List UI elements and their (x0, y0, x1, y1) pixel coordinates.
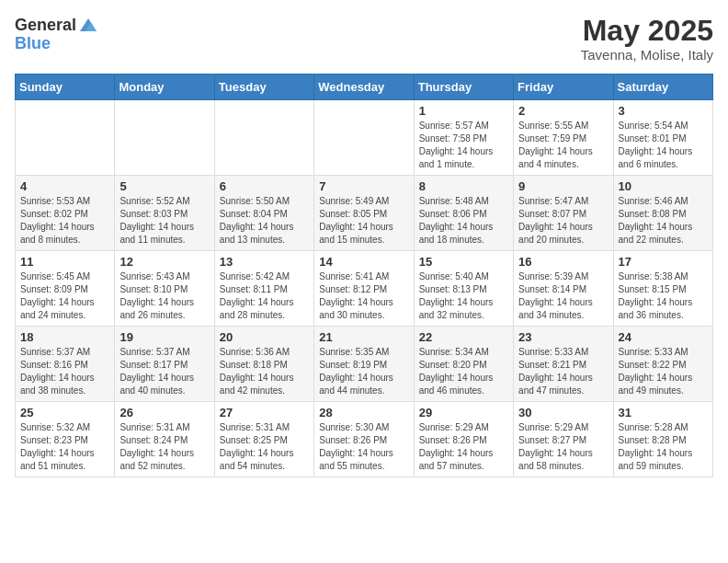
day-info: Sunrise: 5:45 AM Sunset: 8:09 PM Dayligh… (20, 270, 109, 322)
calendar-cell (115, 100, 214, 176)
day-info: Sunrise: 5:41 AM Sunset: 8:12 PM Dayligh… (319, 270, 408, 322)
calendar-header-tuesday: Tuesday (214, 75, 313, 100)
calendar-cell: 14Sunrise: 5:41 AM Sunset: 8:12 PM Dayli… (314, 251, 414, 327)
calendar-cell: 29Sunrise: 5:29 AM Sunset: 8:26 PM Dayli… (414, 402, 513, 477)
calendar-cell: 30Sunrise: 5:29 AM Sunset: 8:27 PM Dayli… (514, 402, 613, 477)
main-title: May 2025 (581, 15, 713, 47)
subtitle: Tavenna, Molise, Italy (581, 47, 713, 63)
day-number: 28 (319, 406, 408, 419)
day-number: 21 (319, 330, 408, 344)
day-info: Sunrise: 5:46 AM Sunset: 8:08 PM Dayligh… (619, 195, 708, 247)
day-number: 18 (20, 330, 109, 344)
day-number: 29 (419, 406, 508, 419)
day-number: 19 (119, 330, 209, 344)
calendar-cell: 7Sunrise: 5:49 AM Sunset: 8:05 PM Daylig… (314, 176, 414, 251)
calendar-cell: 18Sunrise: 5:37 AM Sunset: 8:16 PM Dayli… (16, 327, 115, 402)
calendar-table: SundayMondayTuesdayWednesdayThursdayFrid… (15, 74, 713, 477)
day-number: 3 (619, 104, 708, 118)
day-number: 15 (419, 255, 508, 269)
calendar-week-row: 1Sunrise: 5:57 AM Sunset: 7:58 PM Daylig… (16, 100, 713, 176)
calendar-cell: 1Sunrise: 5:57 AM Sunset: 7:58 PM Daylig… (414, 100, 513, 176)
logo-blue: Blue (15, 34, 51, 52)
day-number: 23 (518, 330, 608, 344)
calendar-cell: 5Sunrise: 5:52 AM Sunset: 8:03 PM Daylig… (115, 176, 214, 251)
page-header: General Blue May 2025 Tavenna, Molise, I… (15, 15, 713, 63)
day-info: Sunrise: 5:50 AM Sunset: 8:04 PM Dayligh… (220, 195, 309, 247)
calendar-week-row: 18Sunrise: 5:37 AM Sunset: 8:16 PM Dayli… (16, 327, 713, 402)
calendar-cell: 26Sunrise: 5:31 AM Sunset: 8:24 PM Dayli… (115, 402, 214, 477)
calendar-cell: 11Sunrise: 5:45 AM Sunset: 8:09 PM Dayli… (16, 251, 115, 327)
logo-general: General (15, 17, 76, 33)
day-info: Sunrise: 5:38 AM Sunset: 8:15 PM Dayligh… (619, 270, 708, 322)
day-number: 8 (419, 179, 508, 193)
calendar-cell: 22Sunrise: 5:34 AM Sunset: 8:20 PM Dayli… (414, 327, 513, 402)
calendar-cell: 21Sunrise: 5:35 AM Sunset: 8:19 PM Dayli… (314, 327, 414, 402)
day-info: Sunrise: 5:29 AM Sunset: 8:26 PM Dayligh… (419, 421, 508, 473)
day-number: 27 (220, 406, 309, 419)
calendar-cell: 3Sunrise: 5:54 AM Sunset: 8:01 PM Daylig… (613, 100, 712, 176)
calendar-cell: 8Sunrise: 5:48 AM Sunset: 8:06 PM Daylig… (414, 176, 513, 251)
day-number: 14 (319, 255, 408, 269)
calendar-cell: 2Sunrise: 5:55 AM Sunset: 7:59 PM Daylig… (514, 100, 613, 176)
day-info: Sunrise: 5:52 AM Sunset: 8:03 PM Dayligh… (119, 195, 209, 247)
day-info: Sunrise: 5:31 AM Sunset: 8:25 PM Dayligh… (220, 421, 309, 473)
calendar-cell: 10Sunrise: 5:46 AM Sunset: 8:08 PM Dayli… (613, 176, 712, 251)
calendar-header-wednesday: Wednesday (314, 75, 414, 100)
calendar-cell: 4Sunrise: 5:53 AM Sunset: 8:02 PM Daylig… (16, 176, 115, 251)
day-number: 7 (319, 179, 408, 193)
calendar-cell: 28Sunrise: 5:30 AM Sunset: 8:26 PM Dayli… (314, 402, 414, 477)
day-info: Sunrise: 5:42 AM Sunset: 8:11 PM Dayligh… (220, 270, 309, 322)
day-number: 30 (518, 406, 608, 419)
day-number: 24 (619, 330, 708, 344)
day-number: 13 (220, 255, 309, 269)
day-info: Sunrise: 5:53 AM Sunset: 8:02 PM Dayligh… (20, 195, 109, 247)
calendar-header-monday: Monday (115, 75, 214, 100)
calendar-header-sunday: Sunday (16, 75, 115, 100)
calendar-cell (16, 100, 115, 176)
day-number: 31 (619, 406, 708, 419)
day-info: Sunrise: 5:55 AM Sunset: 7:59 PM Dayligh… (518, 120, 608, 171)
calendar-cell: 6Sunrise: 5:50 AM Sunset: 8:04 PM Daylig… (214, 176, 313, 251)
day-info: Sunrise: 5:33 AM Sunset: 8:22 PM Dayligh… (619, 346, 708, 397)
calendar-cell: 20Sunrise: 5:36 AM Sunset: 8:18 PM Dayli… (214, 327, 313, 402)
day-info: Sunrise: 5:47 AM Sunset: 8:07 PM Dayligh… (518, 195, 608, 247)
day-info: Sunrise: 5:37 AM Sunset: 8:16 PM Dayligh… (20, 346, 109, 397)
day-info: Sunrise: 5:35 AM Sunset: 8:19 PM Dayligh… (319, 346, 408, 397)
day-number: 26 (119, 406, 209, 419)
calendar-cell: 9Sunrise: 5:47 AM Sunset: 8:07 PM Daylig… (514, 176, 613, 251)
day-number: 1 (419, 104, 508, 118)
day-number: 20 (220, 330, 309, 344)
day-number: 25 (20, 406, 109, 419)
day-info: Sunrise: 5:32 AM Sunset: 8:23 PM Dayligh… (20, 421, 109, 473)
calendar-week-row: 11Sunrise: 5:45 AM Sunset: 8:09 PM Dayli… (16, 251, 713, 327)
day-info: Sunrise: 5:57 AM Sunset: 7:58 PM Dayligh… (419, 120, 508, 171)
calendar-cell: 23Sunrise: 5:33 AM Sunset: 8:21 PM Dayli… (514, 327, 613, 402)
day-number: 4 (20, 179, 109, 193)
day-info: Sunrise: 5:37 AM Sunset: 8:17 PM Dayligh… (119, 346, 209, 397)
day-number: 2 (518, 104, 608, 118)
day-number: 12 (119, 255, 209, 269)
day-info: Sunrise: 5:39 AM Sunset: 8:14 PM Dayligh… (518, 270, 608, 322)
day-info: Sunrise: 5:36 AM Sunset: 8:18 PM Dayligh… (220, 346, 309, 397)
day-number: 10 (619, 179, 708, 193)
calendar-cell (314, 100, 414, 176)
calendar-cell: 16Sunrise: 5:39 AM Sunset: 8:14 PM Dayli… (514, 251, 613, 327)
calendar-header-saturday: Saturday (613, 75, 712, 100)
day-info: Sunrise: 5:48 AM Sunset: 8:06 PM Dayligh… (419, 195, 508, 247)
day-info: Sunrise: 5:54 AM Sunset: 8:01 PM Dayligh… (619, 120, 708, 171)
day-number: 11 (20, 255, 109, 269)
day-info: Sunrise: 5:29 AM Sunset: 8:27 PM Dayligh… (518, 421, 608, 473)
calendar-cell: 15Sunrise: 5:40 AM Sunset: 8:13 PM Dayli… (414, 251, 513, 327)
calendar-cell: 19Sunrise: 5:37 AM Sunset: 8:17 PM Dayli… (115, 327, 214, 402)
day-info: Sunrise: 5:49 AM Sunset: 8:05 PM Dayligh… (319, 195, 408, 247)
title-block: May 2025 Tavenna, Molise, Italy (581, 15, 713, 63)
day-number: 16 (518, 255, 608, 269)
day-info: Sunrise: 5:34 AM Sunset: 8:20 PM Dayligh… (419, 346, 508, 397)
day-info: Sunrise: 5:40 AM Sunset: 8:13 PM Dayligh… (419, 270, 508, 322)
logo: General Blue (15, 15, 98, 52)
day-number: 22 (419, 330, 508, 344)
day-number: 5 (119, 179, 209, 193)
day-info: Sunrise: 5:43 AM Sunset: 8:10 PM Dayligh… (119, 270, 209, 322)
calendar-cell: 17Sunrise: 5:38 AM Sunset: 8:15 PM Dayli… (613, 251, 712, 327)
day-info: Sunrise: 5:31 AM Sunset: 8:24 PM Dayligh… (119, 421, 209, 473)
